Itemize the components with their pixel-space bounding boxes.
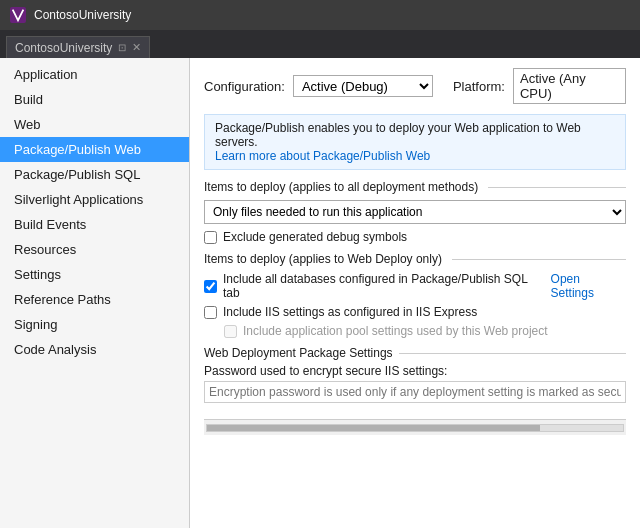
tab-label: ContosoUniversity	[15, 41, 112, 55]
project-tab[interactable]: ContosoUniversity ⊡ ✕	[6, 36, 150, 58]
checkbox1-row: Exclude generated debug symbols	[204, 230, 626, 244]
tab-bar: ContosoUniversity ⊡ ✕	[0, 30, 640, 58]
sidebar-item-package-publish-web[interactable]: Package/Publish Web	[0, 137, 189, 162]
checkbox4-label: Include application pool settings used b…	[243, 324, 548, 338]
checkbox2-label: Include all databases configured in Pack…	[223, 272, 545, 300]
section2-label: Items to deploy (applies to Web Deploy o…	[204, 252, 442, 266]
section2-header: Items to deploy (applies to Web Deploy o…	[204, 252, 626, 266]
password-label: Password used to encrypt secure IIS sett…	[204, 364, 626, 378]
section3-label: Web Deployment Package Settings	[204, 346, 393, 360]
include-databases-checkbox[interactable]	[204, 280, 217, 293]
info-link[interactable]: Learn more about Package/Publish Web	[215, 149, 430, 163]
sidebar-item-silverlight[interactable]: Silverlight Applications	[0, 187, 189, 212]
title-bar: ContosoUniversity	[0, 0, 640, 30]
checkbox3-row: Include IIS settings as configured in II…	[204, 305, 626, 319]
configuration-select[interactable]: Active (Debug)	[293, 75, 433, 97]
platform-label: Platform:	[453, 79, 505, 94]
checkbox3-label: Include IIS settings as configured in II…	[223, 305, 477, 319]
info-text: Package/Publish enables you to deploy yo…	[215, 121, 581, 149]
sidebar-item-web[interactable]: Web	[0, 112, 189, 137]
scroll-track[interactable]	[206, 424, 624, 432]
section3-header: Web Deployment Package Settings	[204, 346, 626, 360]
content-panel: Configuration: Active (Debug) Platform: …	[190, 58, 640, 528]
info-box: Package/Publish enables you to deploy yo…	[204, 114, 626, 170]
sidebar-item-signing[interactable]: Signing	[0, 312, 189, 337]
platform-value: Active (Any CPU)	[513, 68, 626, 104]
sidebar-item-resources[interactable]: Resources	[0, 237, 189, 262]
checkbox2-row: Include all databases configured in Pack…	[204, 272, 626, 300]
checkbox4-row: Include application pool settings used b…	[204, 324, 626, 338]
vs-icon	[10, 7, 26, 23]
sidebar-item-build[interactable]: Build	[0, 87, 189, 112]
checkbox1-label: Exclude generated debug symbols	[223, 230, 407, 244]
app-title: ContosoUniversity	[34, 8, 131, 22]
include-app-pool-checkbox	[224, 325, 237, 338]
sidebar-item-reference-paths[interactable]: Reference Paths	[0, 287, 189, 312]
scroll-thumb[interactable]	[207, 425, 540, 431]
config-row: Configuration: Active (Debug) Platform: …	[204, 68, 626, 104]
main-layout: Application Build Web Package/Publish We…	[0, 58, 640, 528]
open-settings-link[interactable]: Open Settings	[551, 272, 626, 300]
exclude-debug-checkbox[interactable]	[204, 231, 217, 244]
configuration-label: Configuration:	[204, 79, 285, 94]
close-icon[interactable]: ✕	[132, 41, 141, 54]
sidebar-item-package-publish-sql[interactable]: Package/Publish SQL	[0, 162, 189, 187]
password-input[interactable]	[204, 381, 626, 403]
section1-label: Items to deploy (applies to all deployme…	[204, 180, 478, 194]
pin-icon[interactable]: ⊡	[118, 42, 126, 53]
bottom-scrollbar-area	[204, 419, 626, 435]
sidebar-item-code-analysis[interactable]: Code Analysis	[0, 337, 189, 362]
section1-header: Items to deploy (applies to all deployme…	[204, 180, 626, 194]
deploy-dropdown[interactable]: Only files needed to run this applicatio…	[204, 200, 626, 224]
horizontal-scrollbar[interactable]	[204, 419, 626, 435]
sidebar-item-application[interactable]: Application	[0, 62, 189, 87]
sidebar: Application Build Web Package/Publish We…	[0, 58, 190, 528]
sidebar-item-settings[interactable]: Settings	[0, 262, 189, 287]
include-iis-checkbox[interactable]	[204, 306, 217, 319]
sidebar-item-build-events[interactable]: Build Events	[0, 212, 189, 237]
